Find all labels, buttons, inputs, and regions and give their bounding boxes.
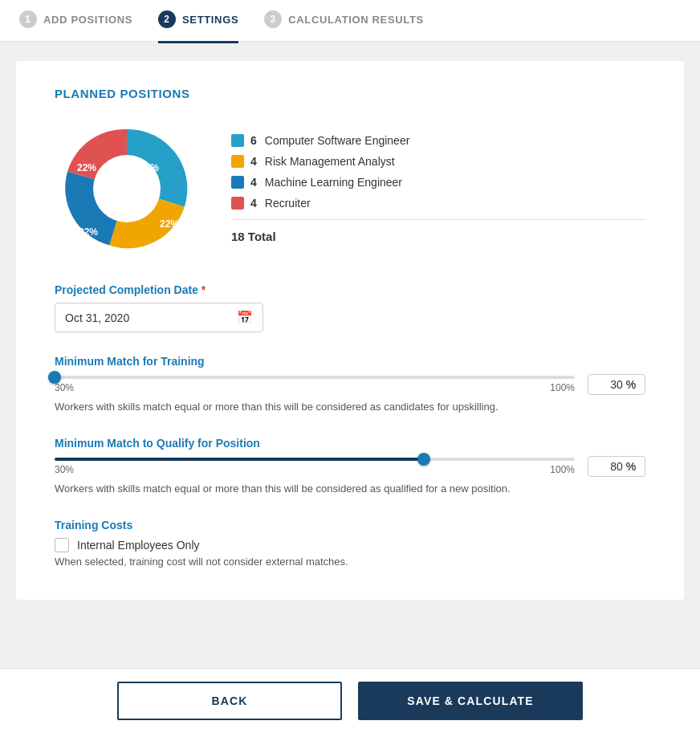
min-match-training-range-labels: 30% 100% [55, 382, 575, 393]
min-match-position-thumb[interactable] [417, 453, 430, 466]
step-circle-2: 2 [158, 10, 176, 28]
legend-divider [231, 219, 645, 220]
min-match-training-value-input[interactable] [597, 378, 623, 391]
legend-label-3: Recruiter [265, 197, 311, 210]
legend-item-3: 4 Recruiter [231, 197, 645, 210]
donut-svg: 33% 22% 22% 22% [55, 116, 199, 261]
legend-label-2: Machine Learning Engineer [265, 176, 402, 189]
legend-item-2: 4 Machine Learning Engineer [231, 176, 645, 189]
svg-text:22%: 22% [77, 162, 96, 173]
min-match-position-hint: Workers with skills match equal or more … [55, 482, 645, 496]
training-costs-section: Training Costs Internal Employees Only W… [55, 519, 645, 568]
step-label-2: SETTINGS [182, 14, 238, 26]
min-match-training-max: 100% [550, 382, 575, 393]
bottom-bar: BACK SAVE & CALCULATE [0, 668, 700, 733]
min-match-training-min: 30% [55, 382, 74, 393]
min-match-training-track[interactable] [55, 376, 575, 379]
svg-text:22%: 22% [160, 218, 179, 230]
calendar-icon: 📅 [237, 310, 253, 325]
total-label: 18 Total [231, 230, 645, 243]
legend-count-3: 4 [250, 197, 257, 210]
min-match-position-label: Minimum Match to Qualify for Position [55, 437, 645, 450]
min-match-position-percent-sign: % [626, 460, 636, 473]
step-circle-1: 1 [19, 10, 37, 28]
min-match-position-section: Minimum Match to Qualify for Position 30… [55, 437, 645, 496]
step-label-1: ADD POSITIONS [43, 14, 132, 26]
min-match-position-range-labels: 30% 100% [55, 464, 575, 475]
step-label-3: CALCULATION RESULTS [288, 14, 424, 26]
min-match-position-max: 100% [550, 464, 575, 475]
min-match-position-track[interactable] [55, 458, 575, 461]
nav-step-settings[interactable]: 2 SETTINGS [158, 0, 238, 43]
donut-chart: 33% 22% 22% 22% [55, 116, 199, 261]
min-match-training-slider-row: 30% 100% % [55, 374, 645, 395]
date-input-wrapper[interactable]: 📅 [55, 303, 263, 332]
internal-employees-label: Internal Employees Only [77, 539, 200, 552]
checkbox-row: Internal Employees Only [55, 538, 645, 552]
save-calculate-button[interactable]: SAVE & CALCULATE [358, 682, 583, 720]
legend-count-2: 4 [250, 176, 257, 189]
legend-color-1 [231, 155, 244, 168]
min-match-training-label: Minimum Match for Training [55, 355, 645, 368]
min-match-training-value-box: % [588, 374, 645, 395]
legend-label-1: Risk Management Analyst [265, 155, 395, 168]
min-match-training-section: Minimum Match for Training 30% 100% % [55, 355, 645, 414]
legend-area: 6 Computer Software Engineer 4 Risk Mana… [231, 134, 645, 243]
legend-count-0: 6 [250, 134, 257, 147]
internal-employees-checkbox[interactable] [55, 538, 69, 552]
main-wrapper: PLANNED POSITIONS 33% [0, 42, 700, 692]
nav-step-add-positions[interactable]: 1 ADD POSITIONS [19, 0, 132, 43]
min-match-position-min: 30% [55, 464, 74, 475]
min-match-position-value-input[interactable] [597, 460, 623, 473]
required-marker: * [201, 283, 206, 296]
date-input[interactable] [65, 312, 237, 324]
min-match-position-slider-row: 30% 100% % [55, 456, 645, 477]
legend-item-0: 6 Computer Software Engineer [231, 134, 645, 147]
training-costs-hint: When selected, training cost will not co… [55, 556, 645, 568]
svg-text:33%: 33% [140, 162, 159, 173]
svg-text:22%: 22% [79, 226, 98, 238]
legend-color-2 [231, 176, 244, 189]
legend-color-3 [231, 197, 244, 210]
min-match-position-value-box: % [588, 456, 645, 477]
min-match-position-fill [55, 458, 424, 461]
back-button[interactable]: BACK [117, 682, 342, 720]
step-circle-3: 3 [264, 10, 282, 28]
legend-label-0: Computer Software Engineer [265, 134, 410, 147]
min-match-position-track-wrapper: 30% 100% [55, 458, 575, 475]
training-costs-label: Training Costs [55, 519, 645, 531]
content-card: PLANNED POSITIONS 33% [16, 61, 684, 600]
min-match-training-percent-sign: % [626, 378, 636, 391]
legend-count-1: 4 [250, 155, 257, 168]
projected-completion-section: Projected Completion Date * 📅 [55, 283, 645, 332]
planned-positions-title: PLANNED POSITIONS [55, 87, 645, 100]
legend-item-1: 4 Risk Management Analyst [231, 155, 645, 168]
min-match-training-thumb[interactable] [48, 371, 61, 384]
min-match-training-track-wrapper: 30% 100% [55, 376, 575, 393]
projected-completion-label: Projected Completion Date * [55, 283, 645, 296]
nav-step-calculation-results[interactable]: 3 CALCULATION RESULTS [264, 0, 424, 43]
top-nav: 1 ADD POSITIONS 2 SETTINGS 3 CALCULATION… [0, 0, 700, 42]
chart-section: 33% 22% 22% 22% 6 Computer Software Engi… [55, 116, 645, 261]
legend-color-0 [231, 134, 244, 147]
min-match-training-hint: Workers with skills match equal or more … [55, 400, 645, 414]
